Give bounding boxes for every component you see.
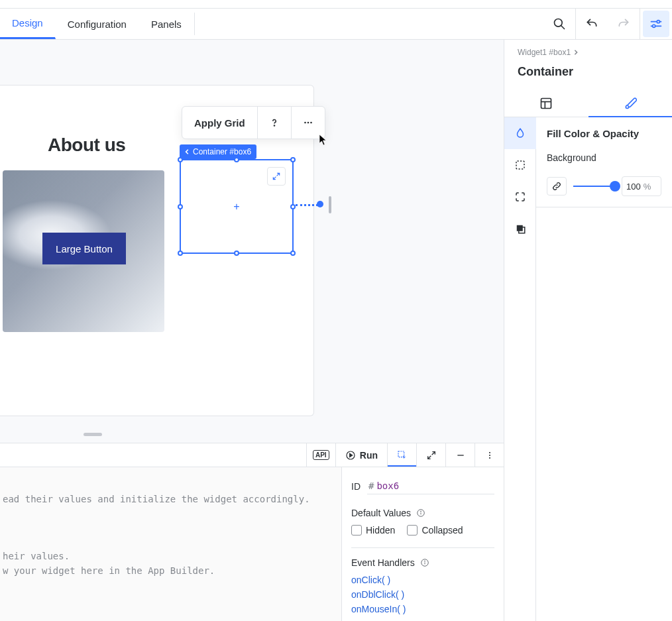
design-canvas[interactable]: About us Large Button Apply Grid Contain…: [0, 40, 504, 443]
play-icon: [345, 450, 356, 461]
hidden-checkbox[interactable]: Hidden: [351, 525, 395, 536]
main-tabs: Design Configuration Panels: [0, 9, 195, 39]
tab-design-style[interactable]: [588, 89, 673, 117]
top-toolbar: Design Configuration Panels: [0, 8, 672, 40]
apply-grid-button[interactable]: Apply Grid: [182, 107, 257, 139]
svg-rect-15: [516, 161, 524, 169]
svg-point-25: [488, 454, 490, 455]
svg-point-4: [657, 21, 659, 23]
resize-handle[interactable]: [178, 157, 183, 162]
sliders-icon: [649, 17, 663, 30]
background-label: Background: [547, 152, 661, 163]
resize-handle[interactable]: [290, 251, 296, 256]
selection-tag[interactable]: Container #box6: [180, 144, 256, 159]
minimize-button[interactable]: [445, 443, 475, 467]
undo-button[interactable]: [579, 11, 605, 37]
cat-fill[interactable]: [504, 117, 536, 149]
expand-icon: [272, 172, 281, 181]
chevron-right-icon: [573, 50, 579, 55]
fill-panel: Fill Color & Opacity Background 100 %: [536, 117, 672, 207]
chevron-left-icon: [185, 149, 190, 154]
search-button[interactable]: [546, 11, 573, 37]
droplet-icon: [514, 127, 526, 139]
hidden-label: Hidden: [366, 525, 395, 536]
snap-indicator: [329, 196, 331, 213]
layout-icon: [539, 97, 553, 110]
id-value: box6: [376, 480, 399, 491]
tab-panels[interactable]: Panels: [139, 9, 194, 39]
svg-point-26: [488, 457, 490, 458]
inspect-icon: [397, 450, 408, 461]
panel-resize-grip[interactable]: [84, 433, 102, 436]
handler-onmousein[interactable]: onMouseIn( ): [351, 604, 494, 614]
fill-panel-title: Fill Color & Opacity: [547, 128, 661, 139]
selected-container[interactable]: +: [180, 159, 294, 254]
cat-border[interactable]: [504, 149, 536, 181]
opacity-input[interactable]: 100 %: [622, 176, 661, 196]
corners-icon: [514, 191, 526, 203]
toggle-panel-button[interactable]: [643, 11, 669, 37]
resize-handle[interactable]: [234, 157, 239, 162]
spacing-guide-end: [317, 201, 323, 207]
handler-onclick[interactable]: onClick( ): [351, 575, 494, 585]
page-image[interactable]: Large Button: [3, 170, 164, 332]
link-opacity-button[interactable]: [547, 177, 567, 196]
properties-pane: ID # box6 Default Values Hidden Collapse…: [342, 467, 504, 621]
link-icon: [551, 181, 562, 192]
svg-line-11: [273, 177, 276, 180]
cat-shadow[interactable]: [504, 213, 536, 245]
breadcrumb[interactable]: Widget1 #box1: [504, 40, 672, 62]
resize-handle[interactable]: [290, 204, 296, 209]
code-editor[interactable]: ead their values and initialize the widg…: [0, 467, 342, 621]
id-input[interactable]: # box6: [367, 478, 494, 494]
opacity-control: 100 %: [547, 176, 661, 196]
run-button[interactable]: Run: [335, 443, 387, 467]
svg-point-8: [307, 122, 309, 124]
svg-point-9: [310, 122, 312, 124]
tab-configuration[interactable]: Configuration: [56, 9, 139, 39]
more-button[interactable]: [475, 443, 504, 467]
svg-rect-16: [517, 225, 523, 231]
collapsed-label: Collapsed: [421, 525, 463, 536]
svg-point-32: [424, 561, 425, 561]
tab-design[interactable]: Design: [0, 9, 56, 39]
search-icon: [553, 17, 566, 30]
add-element-icon[interactable]: +: [233, 201, 239, 213]
opacity-slider[interactable]: [573, 178, 615, 194]
svg-line-22: [427, 455, 431, 459]
undo-icon: [585, 17, 598, 30]
handler-ondblclick[interactable]: onDblClick( ): [351, 589, 494, 600]
resize-handle[interactable]: [290, 157, 296, 162]
spacing-guide: [296, 204, 318, 206]
event-handlers-header: Event Handlers: [351, 557, 494, 568]
more-button[interactable]: [292, 107, 325, 139]
svg-point-5: [653, 25, 655, 27]
info-icon: [420, 558, 429, 567]
fullscreen-button[interactable]: [416, 443, 445, 467]
tab-layout[interactable]: [504, 89, 588, 117]
svg-marker-19: [349, 453, 352, 457]
redo-icon: [617, 17, 630, 30]
resize-handle[interactable]: [234, 251, 239, 256]
api-button[interactable]: API: [306, 443, 335, 467]
brush-icon: [624, 97, 637, 110]
inspector-tabs: [504, 89, 672, 117]
svg-line-21: [431, 451, 435, 455]
help-button[interactable]: [258, 107, 291, 139]
info-icon: [416, 508, 425, 518]
border-dashed-icon: [514, 159, 526, 171]
redo-button[interactable]: [610, 11, 637, 37]
minus-icon: [455, 450, 466, 461]
toolbar-right: [543, 9, 672, 39]
collapsed-checkbox[interactable]: Collapsed: [407, 525, 463, 536]
inspect-element-button[interactable]: [387, 443, 416, 467]
selection-toolbar: Apply Grid: [182, 106, 325, 139]
code-content: ead their values and initialize the widg…: [3, 478, 339, 579]
default-values-header: Default Values: [351, 508, 494, 518]
more-vertical-icon: [484, 450, 495, 461]
cat-corners[interactable]: [504, 181, 536, 213]
expand-button[interactable]: [267, 167, 286, 186]
resize-handle[interactable]: [178, 251, 183, 256]
large-button[interactable]: Large Button: [42, 233, 126, 264]
resize-handle[interactable]: [178, 204, 183, 209]
